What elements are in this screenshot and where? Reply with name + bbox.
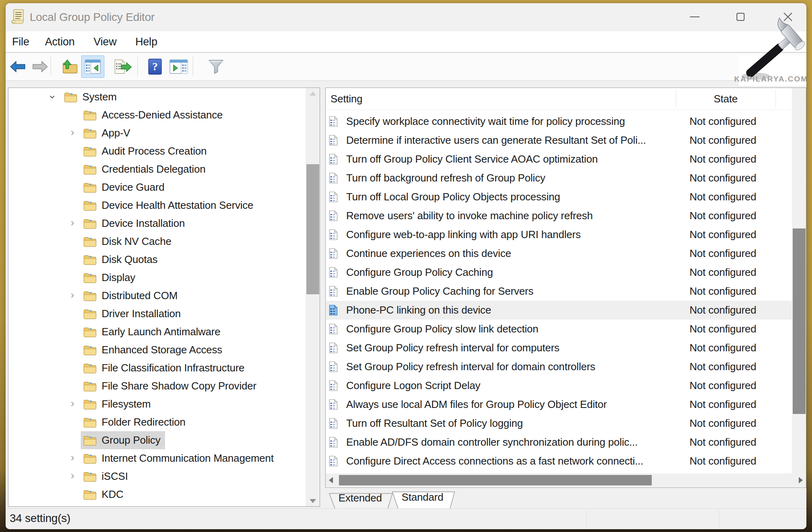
- tab-extended-label[interactable]: Extended: [336, 492, 384, 504]
- scroll-up-arrow[interactable]: [310, 92, 316, 96]
- settings-row[interactable]: Configure Group Policy slow link detecti…: [326, 320, 792, 338]
- title-bar[interactable]: Local Group Policy Editor: [6, 3, 806, 31]
- tree-item-display[interactable]: Display: [8, 269, 320, 287]
- chevron-right-icon[interactable]: [69, 400, 76, 408]
- scroll-left-arrow[interactable]: [329, 477, 333, 483]
- chevron-right-icon[interactable]: [69, 220, 76, 227]
- tree-item-audit-process-creation[interactable]: Audit Process Creation: [8, 142, 320, 160]
- settings-row[interactable]: Continue experiences on this device Not …: [326, 244, 792, 263]
- gpedit-scroll-icon: [11, 9, 24, 25]
- show-hide-console-tree-button[interactable]: [81, 55, 104, 78]
- tree-item-system[interactable]: System: [8, 88, 320, 106]
- settings-row[interactable]: Configure Group Policy Caching Not confi…: [326, 263, 792, 282]
- tree-item-file-classification-infrastructure[interactable]: File Classification Infrastructure: [8, 359, 320, 377]
- settings-row[interactable]: Specify workplace connectivity wait time…: [326, 112, 792, 131]
- column-header-state[interactable]: State: [676, 88, 775, 110]
- tree-item-disk-nv-cache[interactable]: Disk NV Cache: [8, 232, 320, 251]
- menu-item-view[interactable]: View: [94, 31, 116, 52]
- chevron-right-icon[interactable]: [69, 129, 76, 137]
- folder-icon: [83, 380, 97, 392]
- settings-row[interactable]: Configure Direct Access connections as a…: [326, 452, 792, 471]
- settings-row[interactable]: Remove users' ability to invoke machine …: [326, 206, 792, 225]
- setting-name: Turn off Local Group Policy Objects proc…: [346, 191, 560, 203]
- list-vertical-scrollbar[interactable]: [792, 88, 806, 473]
- tab-standard-label[interactable]: Standard: [398, 491, 447, 503]
- list-horizontal-thumb[interactable]: [339, 475, 652, 485]
- export-list-button[interactable]: [111, 53, 135, 80]
- tree-item-early-launch-antimalware[interactable]: Early Launch Antimalware: [8, 323, 320, 341]
- folder-icon: [83, 326, 97, 338]
- tree-item-enhanced-storage-access[interactable]: Enhanced Storage Access: [8, 341, 320, 359]
- settings-row[interactable]: Determine if interactive users can gener…: [326, 131, 792, 150]
- tree-item-label: Enhanced Storage Access: [102, 344, 222, 356]
- up-one-level-button[interactable]: [58, 53, 81, 80]
- settings-row[interactable]: Set Group Policy refresh interval for do…: [326, 357, 792, 376]
- settings-row[interactable]: Phone-PC linking on this device Not conf…: [326, 301, 792, 320]
- chevron-right-icon[interactable]: [69, 473, 76, 480]
- folder-icon: [64, 91, 78, 103]
- settings-row[interactable]: Configure Logon Script Delay Not configu…: [326, 376, 792, 395]
- folder-icon: [83, 236, 97, 247]
- menu-item-action[interactable]: Action: [45, 31, 75, 52]
- help-button[interactable]: ?: [144, 53, 166, 80]
- tree-item-device-installation[interactable]: Device Installation: [8, 214, 320, 232]
- scroll-down-arrow[interactable]: [310, 499, 316, 503]
- folder-icon: [83, 453, 97, 464]
- policy-setting-icon: [329, 192, 338, 202]
- folder-icon: [83, 218, 97, 229]
- menu-item-file[interactable]: File: [12, 31, 29, 52]
- policy-setting-icon: [329, 135, 338, 146]
- tree-item-label: KDC: [102, 488, 123, 501]
- chevron-right-icon[interactable]: [69, 455, 76, 462]
- tree-item-access-denied-assistance[interactable]: Access-Denied Assistance: [8, 106, 320, 124]
- tree-item-folder-redirection[interactable]: Folder Redirection: [8, 413, 320, 431]
- list-horizontal-scrollbar[interactable]: [326, 473, 806, 487]
- tree-vertical-scrollbar[interactable]: [306, 88, 320, 507]
- tree-item-iscsi[interactable]: iSCSI: [8, 467, 320, 485]
- policy-setting-icon: [329, 456, 338, 467]
- tab-strip: Extended Standard: [320, 488, 806, 508]
- tree-item-kdc[interactable]: KDC: [8, 485, 320, 503]
- tree-item-credentials-delegation[interactable]: Credentials Delegation: [8, 160, 320, 178]
- setting-name: Turn off Resultant Set of Policy logging: [346, 417, 523, 430]
- tree-item-group-policy[interactable]: Group Policy: [8, 431, 320, 449]
- column-header-setting[interactable]: Setting: [331, 88, 363, 110]
- settings-row[interactable]: Turn off background refresh of Group Pol…: [326, 169, 792, 188]
- tree-item-filesystem[interactable]: Filesystem: [8, 395, 320, 413]
- settings-row[interactable]: Set Group Policy refresh interval for co…: [326, 338, 792, 357]
- tree-item-driver-installation[interactable]: Driver Installation: [8, 305, 320, 323]
- setting-state: Not configured: [690, 247, 756, 260]
- settings-row[interactable]: Turn off Resultant Set of Policy logging…: [326, 414, 792, 433]
- menu-item-help[interactable]: Help: [135, 31, 157, 52]
- list-header: Setting State: [326, 88, 806, 110]
- show-hide-action-pane-button[interactable]: [166, 53, 191, 80]
- column-divider[interactable]: [775, 90, 776, 107]
- back-button[interactable]: [6, 53, 29, 80]
- tree-item-device-health-attestation-service[interactable]: Device Health Attestation Service: [8, 196, 320, 214]
- tree-item-device-guard[interactable]: Device Guard: [8, 178, 320, 196]
- chevron-right-icon[interactable]: [69, 292, 76, 299]
- settings-row[interactable]: Configure web-to-app linking with app UR…: [326, 225, 792, 244]
- tree-item-file-share-shadow-copy-provider[interactable]: File Share Shadow Copy Provider: [8, 377, 320, 395]
- list-scrollbar-thumb[interactable]: [793, 228, 806, 414]
- tree-scrollbar-thumb[interactable]: [306, 164, 319, 294]
- minimize-button[interactable]: [682, 6, 707, 28]
- settings-row[interactable]: Enable Group Policy Caching for Servers …: [326, 282, 792, 301]
- scroll-right-arrow[interactable]: [799, 477, 803, 483]
- tree-item[interactable]: [8, 503, 320, 507]
- tree-item-app-v[interactable]: App-V: [8, 124, 320, 142]
- tree-item-internet-communication-management[interactable]: Internet Communication Management: [8, 449, 320, 467]
- tree-item-distributed-com[interactable]: Distributed COM: [8, 287, 320, 305]
- tree-item-label: Access-Denied Assistance: [102, 109, 223, 121]
- folder-icon: [83, 416, 97, 428]
- filter-button[interactable]: [205, 53, 227, 80]
- chevron-down-icon[interactable]: [49, 93, 56, 100]
- folder-icon: [83, 471, 97, 482]
- tree-item-label: Disk Quotas: [102, 253, 157, 266]
- settings-row[interactable]: Turn off Group Policy Client Service AOA…: [326, 150, 792, 169]
- forward-button[interactable]: [29, 53, 51, 80]
- settings-row[interactable]: Always use local ADM files for Group Pol…: [326, 395, 792, 414]
- tree-item-disk-quotas[interactable]: Disk Quotas: [8, 251, 320, 269]
- settings-row[interactable]: Turn off Local Group Policy Objects proc…: [326, 188, 792, 206]
- settings-row[interactable]: Enable AD/DFS domain controller synchron…: [326, 433, 792, 452]
